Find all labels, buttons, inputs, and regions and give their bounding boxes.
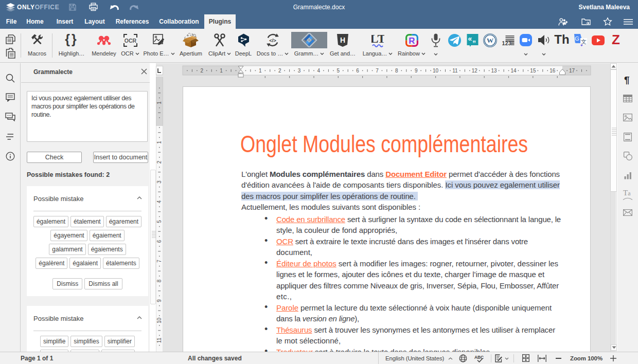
- svg-text:9: 9: [156, 299, 162, 302]
- svg-text:2: 2: [278, 68, 281, 74]
- svg-text:H: H: [340, 36, 345, 44]
- svg-text:文: 文: [581, 39, 587, 45]
- svg-text:12: 12: [472, 68, 478, 74]
- svg-text:</>: </>: [269, 38, 276, 43]
- svg-text:1: 1: [259, 68, 262, 74]
- svg-text:16: 16: [550, 68, 556, 74]
- svg-text:3: 3: [156, 180, 162, 184]
- svg-text:10: 10: [433, 68, 439, 74]
- svg-text:6: 6: [356, 68, 359, 74]
- svg-text:W: W: [486, 37, 493, 44]
- svg-text:5: 5: [156, 220, 162, 223]
- svg-text:123: 123: [502, 40, 511, 45]
- svg-text:8: 8: [395, 68, 398, 74]
- svg-text:7: 7: [376, 68, 379, 74]
- svg-text:1: 1: [156, 141, 162, 144]
- svg-text:15: 15: [530, 68, 536, 74]
- svg-text:„: „: [472, 35, 476, 43]
- svg-text:4: 4: [317, 68, 321, 74]
- svg-text:14: 14: [510, 68, 517, 74]
- svg-text:3: 3: [298, 68, 301, 74]
- svg-text:10: 10: [156, 318, 162, 324]
- svg-text:13: 13: [491, 68, 498, 74]
- svg-text:8: 8: [156, 279, 162, 282]
- svg-text:2: 2: [156, 160, 162, 163]
- svg-text:1: 1: [220, 68, 223, 74]
- svg-text:R: R: [409, 35, 415, 45]
- svg-text:4: 4: [156, 200, 162, 203]
- svg-text:11: 11: [156, 337, 162, 343]
- svg-text:9: 9: [415, 68, 418, 74]
- svg-text:17: 17: [569, 68, 575, 74]
- svg-text:2: 2: [201, 68, 204, 74]
- svg-text:7: 7: [156, 260, 162, 263]
- svg-text:G: G: [575, 35, 579, 42]
- svg-text:6: 6: [156, 240, 162, 243]
- svg-text:1: 1: [156, 101, 162, 104]
- svg-text:«: «: [468, 34, 472, 43]
- svg-text:11: 11: [452, 68, 458, 74]
- svg-text:OCR: OCR: [124, 37, 136, 43]
- svg-text:5: 5: [337, 68, 340, 74]
- svg-text:LT: LT: [371, 33, 384, 45]
